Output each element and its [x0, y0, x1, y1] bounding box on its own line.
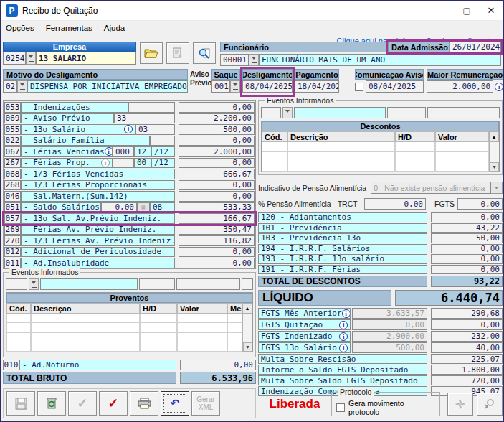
delete-button[interactable]	[37, 391, 66, 416]
earning-extra-field[interactable]: 08	[150, 202, 175, 213]
open-folder-button[interactable]	[140, 42, 163, 64]
motivo-desc-field[interactable]: DISPENSA POR INICIATIVA EMPREGADOR	[27, 80, 188, 93]
deduction-label[interactable]: 120 - Adiantamentos	[258, 212, 427, 222]
motivo-spinner[interactable]	[17, 80, 27, 93]
minimize-button[interactable]: –	[430, 1, 455, 20]
fgts-extra-value[interactable]: 720,00	[431, 375, 503, 385]
scroll-up-button[interactable]: ▲	[242, 303, 252, 314]
earning-extra-field[interactable]: 00	[134, 158, 151, 169]
earning-code[interactable]: 055	[4, 124, 21, 135]
earning-extra-field[interactable]: 33	[114, 113, 175, 124]
deduction-label[interactable]: 103 - Previdência 13o	[258, 233, 427, 243]
earning-label[interactable]: - Indenizações	[21, 102, 128, 113]
deduction-label[interactable]: 101 - Previdência	[258, 223, 427, 233]
desconto-hd-field[interactable]	[387, 107, 426, 118]
navigate-button[interactable]	[447, 393, 473, 416]
deduction-label[interactable]: 194 - I.R.R.F. Salários	[258, 244, 427, 254]
funcionario-code-field[interactable]: 00001	[220, 54, 249, 66]
noturno-code[interactable]: 010	[3, 360, 19, 370]
fgts-label[interactable]: FGTS 13o Salárioi	[258, 342, 351, 353]
fgts-extra-value[interactable]: 225,07	[431, 354, 503, 364]
data-admissao-field[interactable]: 26/01/2024	[450, 42, 501, 52]
deduction-value[interactable]: 0,00	[431, 212, 503, 222]
table-row[interactable]	[262, 152, 489, 162]
info-icon[interactable]: i	[105, 147, 113, 156]
earning-label[interactable]: - Férias Vencidasi	[21, 146, 113, 157]
fgts-extra-label[interactable]: Multa Sobre Rescisão	[258, 354, 427, 364]
table-row[interactable]	[6, 314, 242, 323]
earning-code[interactable]: 268	[4, 180, 21, 191]
earning-value[interactable]: 0,00	[179, 247, 255, 258]
earning-label[interactable]: - Férias Av. Prévio Indeniz.	[21, 225, 175, 235]
evento-code-field[interactable]	[6, 278, 27, 290]
maior-remuneracao-field[interactable]: 2.000,00	[427, 80, 493, 93]
fgts-value[interactable]: 290,68	[431, 308, 503, 319]
table-row[interactable]	[6, 323, 242, 332]
fgts-label[interactable]: FGTS Indenizadoi	[258, 331, 351, 342]
pensao-pct-field[interactable]: 0,00	[364, 198, 426, 210]
save-button[interactable]	[6, 391, 35, 416]
fgts-extra-label[interactable]: Multa Sobre Saldo FGTS Depositado	[258, 375, 427, 385]
earning-extra-field[interactable]	[150, 136, 175, 146]
desconto-desc-field[interactable]	[294, 107, 386, 118]
earning-code[interactable]: 270	[4, 235, 21, 246]
earning-label[interactable]: - Sal.Matern.(Sum.142)	[21, 191, 175, 202]
motivo-code-field[interactable]: 02	[3, 80, 17, 93]
earning-code[interactable]: 022	[4, 136, 21, 146]
earning-extra-field[interactable]: 12	[134, 146, 151, 157]
deduction-label[interactable]: 191 - I.R.R.F. Férias	[258, 265, 427, 275]
earning-label[interactable]: - Férias Prop.i	[21, 158, 113, 169]
earning-value[interactable]: 0,00	[179, 258, 255, 268]
info-icon[interactable]: i	[495, 83, 503, 91]
info-icon[interactable]: i	[339, 344, 348, 352]
desconto-code-field[interactable]	[261, 107, 281, 118]
empresa-code-field[interactable]: 0254	[3, 52, 26, 65]
desligamento-date-field[interactable]: 08/04/2025	[242, 80, 293, 93]
earning-code[interactable]: 267	[4, 158, 21, 169]
earning-value[interactable]: 0,00	[179, 158, 255, 169]
menu-ferramentas[interactable]: Ferramentas	[46, 24, 92, 32]
earning-value[interactable]: 0,00	[179, 102, 255, 113]
fgts-value[interactable]: 0,00	[431, 319, 503, 330]
proventos-scrollbar[interactable]: ▼	[242, 314, 252, 352]
fgts-extra-label[interactable]: Informe o Saldo FGTS Depositado	[258, 365, 427, 375]
gerar-xml-button[interactable]: GerarXML	[191, 391, 220, 416]
earning-extra-field[interactable]: 000	[113, 146, 134, 157]
earning-extra-field[interactable]: 0,00	[101, 202, 137, 213]
confirm-disabled-button[interactable]: ✓	[68, 391, 97, 416]
fgts-label[interactable]: FGTS Mês Anteriori	[258, 308, 351, 319]
fgts-field[interactable]: 0,00	[457, 198, 503, 210]
descontos-scrollbar[interactable]: ▼	[489, 142, 499, 172]
info-icon[interactable]: i	[342, 309, 351, 318]
earning-code[interactable]: 068	[4, 169, 21, 179]
scroll-down-button[interactable]: ▼	[243, 342, 252, 352]
noturno-value[interactable]: 0,00	[180, 360, 256, 370]
earning-label[interactable]: - Ad.Insalubridade	[21, 258, 175, 268]
info-icon[interactable]: i	[339, 332, 348, 341]
earning-extra-field[interactable]: 03	[135, 124, 175, 135]
empresa-spinner[interactable]	[26, 52, 36, 65]
earning-value[interactable]: 666,67	[179, 169, 255, 179]
earning-label[interactable]: - 1/3 Férias Av. Prévio Indeniz.	[21, 235, 175, 246]
desconto-spinner[interactable]	[282, 107, 293, 118]
earning-extra-field[interactable]	[128, 102, 175, 113]
info-icon[interactable]: i	[124, 125, 133, 133]
earning-label[interactable]: - 13o Salárioi	[21, 124, 135, 135]
evento-mes-field[interactable]	[242, 278, 253, 290]
earning-code[interactable]: 046	[4, 191, 21, 202]
evento-spinner[interactable]	[29, 278, 39, 290]
table-row[interactable]	[262, 142, 489, 152]
deduction-value[interactable]: 50,00	[431, 233, 503, 243]
deduction-value[interactable]: 0,00	[431, 244, 503, 254]
earning-value[interactable]: 166,67	[179, 213, 255, 224]
deduction-value[interactable]: 43,22	[431, 223, 503, 233]
earning-code[interactable]: 051	[4, 202, 21, 213]
earning-label[interactable]: - 1/3 Férias Vencidas	[21, 169, 175, 179]
menu-opcoes[interactable]: Opções	[6, 24, 34, 32]
earning-code[interactable]: 011	[4, 258, 21, 268]
earning-code[interactable]: 069	[4, 113, 21, 124]
deduction-value[interactable]: 0,00	[431, 254, 503, 264]
earning-value[interactable]: 2.000,00	[179, 146, 255, 157]
earning-label[interactable]: - Adicional de Periculosidade	[21, 247, 175, 258]
scroll-down-button[interactable]: ▼	[490, 162, 499, 172]
